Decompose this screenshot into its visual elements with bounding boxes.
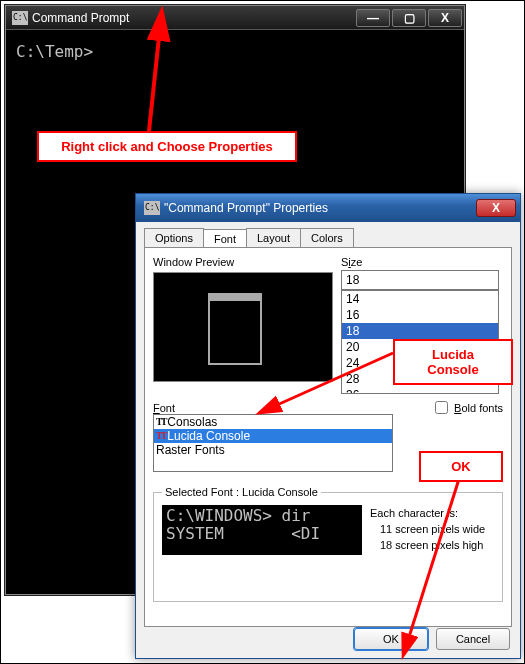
maximize-button[interactable]: ▢ [392,9,426,27]
prompt-text: C:\Temp> [16,42,93,61]
truetype-icon: TT [156,417,165,427]
tab-options[interactable]: Options [144,228,204,247]
font-tab-pane: Window Preview Size 18 14 16 18 20 24 28… [144,247,512,627]
font-option-raster-fonts[interactable]: Raster Fonts [154,443,392,457]
annotation-ok: OK [419,451,503,482]
size-option[interactable]: 14 [342,291,498,307]
truetype-icon: TT [156,431,165,441]
font-label: Font [153,402,175,414]
dialog-titlebar[interactable]: "Command Prompt" Properties X [136,194,520,222]
cancel-button[interactable]: Cancel [436,628,510,650]
selected-font-group: Selected Font : Lucida Console C:\WINDOW… [153,492,503,602]
size-option[interactable]: 16 [342,307,498,323]
char-info-width: 11 screen pixels wide [370,521,485,537]
selected-font-legend: Selected Font : Lucida Console [162,486,321,498]
size-option[interactable]: 18 [342,323,498,339]
tab-colors[interactable]: Colors [300,228,354,247]
size-option[interactable]: 36 [342,387,498,394]
bold-fonts-input[interactable] [435,401,448,414]
dialog-button-bar: OK Cancel [354,628,510,650]
annotation-lucida: Lucida Console [393,339,513,385]
font-option-label: Consolas [167,415,217,429]
ok-button[interactable]: OK [354,628,428,650]
dialog-close-button[interactable]: X [476,199,516,217]
char-info-header: Each character is: [370,505,485,521]
font-listbox[interactable]: TT Consolas TT Lucida Console Raster Fon… [153,414,393,472]
tab-layout[interactable]: Layout [246,228,301,247]
window-preview-label: Window Preview [153,256,234,268]
cmd-icon [144,201,160,215]
size-input[interactable]: 18 [341,270,499,290]
minimize-button[interactable]: — [356,9,390,27]
window-preview-inner [208,293,262,365]
window-title: Command Prompt [32,11,354,25]
tab-strip: Options Font Layout Colors [144,228,512,247]
font-option-consolas[interactable]: TT Consolas [154,415,392,429]
properties-dialog: "Command Prompt" Properties X Options Fo… [135,193,521,659]
dialog-body: Options Font Layout Colors Window Previe… [144,228,512,616]
close-button[interactable]: X [428,9,462,27]
cmd-icon [12,11,28,25]
char-info-height: 18 screen pixels high [370,537,485,553]
bold-fonts-checkbox[interactable]: Bold fonts [431,398,503,417]
character-info: Each character is: 11 screen pixels wide… [370,505,485,553]
tab-font[interactable]: Font [203,229,247,248]
annotation-right-click: Right click and Choose Properties [37,131,297,162]
dialog-title: "Command Prompt" Properties [164,201,476,215]
font-option-lucida-console[interactable]: TT Lucida Console [154,429,392,443]
size-label: Size [341,256,499,268]
window-preview [153,272,333,382]
font-option-label: Lucida Console [167,429,250,443]
font-sample: C:\WINDOWS> dir SYSTEM <DI [162,505,362,555]
font-option-label: Raster Fonts [156,443,225,457]
command-prompt-titlebar[interactable]: Command Prompt — ▢ X [6,6,464,30]
